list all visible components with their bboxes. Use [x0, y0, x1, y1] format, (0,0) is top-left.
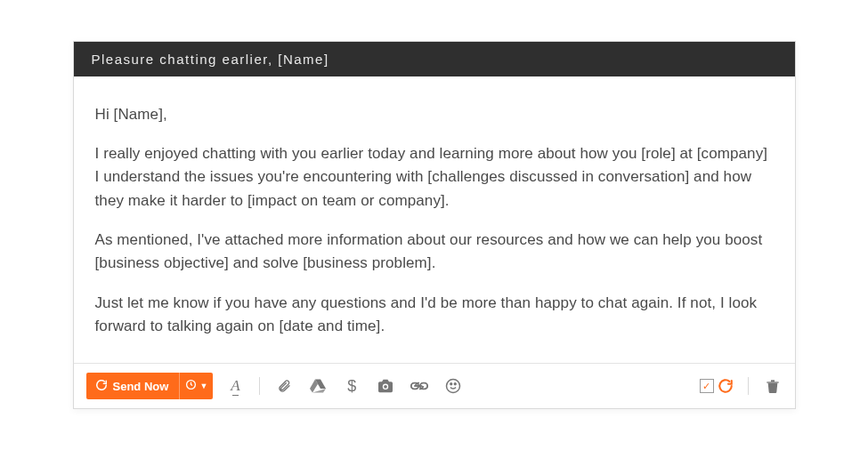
camera-icon [377, 379, 394, 393]
trash-icon [766, 378, 780, 394]
toolbar: Send Now ▼ A [74, 363, 795, 408]
subject-bar[interactable]: Pleasure chatting earlier, [Name] [74, 42, 795, 76]
delete-button[interactable] [763, 375, 783, 397]
chevron-down-icon: ▼ [199, 382, 207, 390]
dollar-icon: $ [347, 377, 356, 396]
refresh-icon [718, 378, 734, 394]
track-toggle[interactable]: ✓ [700, 375, 734, 397]
drive-icon [310, 379, 326, 393]
svg-point-8 [455, 383, 457, 385]
drive-button[interactable] [308, 375, 328, 397]
text-format-button[interactable]: A [225, 375, 245, 397]
send-group: Send Now ▼ [86, 373, 214, 399]
subject-text: Pleasure chatting earlier, [Name] [92, 52, 329, 67]
right-tools: ✓ [700, 375, 783, 397]
refresh-icon [95, 379, 108, 394]
paperclip-icon [277, 378, 291, 394]
link-icon [410, 381, 428, 391]
body-paragraph: I really enjoyed chatting with you earli… [95, 142, 774, 213]
svg-point-7 [450, 383, 452, 385]
currency-button[interactable]: $ [342, 375, 361, 397]
body-paragraph: As mentioned, I've attached more informa… [95, 229, 774, 276]
svg-point-2 [385, 385, 388, 389]
divider [748, 377, 749, 395]
camera-button[interactable] [376, 375, 395, 397]
text-format-icon: A [231, 377, 239, 395]
body-paragraph: Hi [Name], [95, 103, 774, 126]
compose-window: Pleasure chatting earlier, [Name] Hi [Na… [73, 41, 796, 410]
smile-icon [445, 378, 461, 394]
emoji-button[interactable] [443, 375, 463, 397]
divider [259, 377, 260, 395]
send-button[interactable]: Send Now [86, 373, 180, 399]
attach-button[interactable] [274, 375, 294, 397]
send-later-dropdown[interactable]: ▼ [179, 373, 213, 399]
body-paragraph: Just let me know if you have any questio… [95, 292, 774, 339]
link-button[interactable] [410, 375, 429, 397]
email-body[interactable]: Hi [Name], I really enjoyed chatting wit… [74, 76, 795, 364]
checkbox-icon: ✓ [700, 379, 714, 393]
clock-icon [185, 379, 197, 393]
formatting-tools: A $ [225, 375, 463, 397]
send-label: Send Now [113, 380, 169, 393]
svg-point-6 [447, 380, 460, 393]
